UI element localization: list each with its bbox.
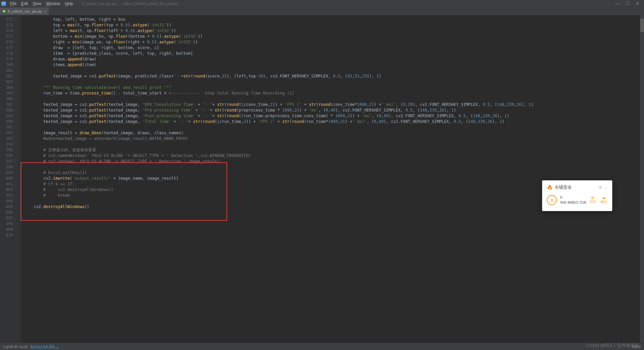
app-icon: PC	[1, 1, 6, 6]
code-line[interactable]	[24, 221, 644, 227]
code-line[interactable]	[24, 96, 644, 102]
eject-icon: ⏏	[602, 196, 605, 200]
code-line[interactable]: """ Running time calculate(over) and res…	[24, 85, 644, 91]
window-title: tf_yolov3_voc_pic.py – ...\Alinx_DNN\tf_…	[82, 2, 178, 6]
code-line[interactable]: texted_image = cv2.putText(texted_image,…	[24, 102, 644, 108]
code-area[interactable]: top, left, bottom, right = box top = max…	[21, 15, 644, 343]
popup-title: 火绒安全	[554, 184, 597, 190]
code-line[interactable]: items.append(item)	[24, 62, 644, 68]
code-line[interactable]: run_time = time.process_time() - total_t…	[24, 91, 644, 96]
code-line[interactable]: image_result = draw_bbox(texted_image, d…	[24, 130, 644, 136]
vertical-scrollbar[interactable]	[640, 15, 644, 343]
code-line[interactable]: left = max(0, np.floor(left + 0.5).astyp…	[24, 28, 644, 34]
status-bar: LightEdit mode. Access full IDE ⌄ 345:9	[0, 343, 644, 350]
menu-help[interactable]: Help	[63, 1, 75, 7]
eject-button[interactable]: ⏏ 弹出	[600, 196, 607, 204]
menu-bar: File Edit View Window Help	[8, 1, 75, 7]
close-icon[interactable]: ✕	[636, 1, 639, 6]
flame-icon: 🔥	[547, 185, 552, 190]
code-line[interactable]: texted_image = cv2.putText(texted_image,…	[24, 119, 644, 125]
code-line[interactable]: # 注释显示的，直接保存看看	[24, 147, 644, 153]
code-line[interactable]: # cv2.namedWindow(' YOLO-V3 ALINX '+ OBJ…	[24, 153, 644, 159]
scrollbar-thumb[interactable]	[640, 19, 644, 32]
folder-icon: 📁	[591, 196, 595, 200]
menu-file[interactable]: File	[8, 1, 18, 7]
tab-close-icon[interactable]: ×	[44, 9, 46, 13]
menu-view[interactable]: View	[31, 1, 43, 7]
status-mode: LightEdit mode.	[3, 345, 29, 349]
open-button[interactable]: 📁 打开	[590, 196, 596, 204]
chevron-down-icon[interactable]: ⌄	[604, 185, 608, 190]
code-line[interactable]: item = [predicted_class, score, left, to…	[24, 51, 644, 56]
code-line[interactable]	[24, 164, 644, 170]
drive-info: F: 908.4MB/3.7GB	[560, 195, 586, 205]
code-line[interactable]	[24, 68, 644, 73]
menu-window[interactable]: Window	[44, 1, 62, 7]
title-bar: PC File Edit View Window Help tf_yolov3_…	[0, 0, 644, 7]
minimize-icon[interactable]: —	[615, 1, 620, 6]
code-line[interactable]	[24, 142, 644, 147]
fold-gutter	[16, 15, 21, 343]
code-line[interactable]: top = max(0, np.floor(top + 0.5).astype(…	[24, 22, 644, 28]
code-line[interactable]: draw = [left, top, right, bottom, score,…	[24, 45, 644, 51]
code-line[interactable]: texted_image = cv2.putText(texted_image,…	[24, 113, 644, 119]
code-line[interactable]: top, left, bottom, right = box	[24, 17, 644, 22]
security-popup: 🔥 火绒安全 ⚙ ⌄ ⊟ F: 908.4MB/3.7GB 📁 打开 ⏏ 弹出	[542, 180, 612, 211]
code-line[interactable]: # k=cv2.waitKey(1)	[24, 170, 644, 176]
code-line[interactable]	[24, 227, 644, 232]
usb-icon: ⊟	[547, 195, 557, 205]
code-line[interactable]: right = min(image_wo, np.floor(right + 0…	[24, 39, 644, 45]
python-icon: ⬢	[3, 9, 6, 13]
code-line[interactable]: bottom = min(image_ho, np.floor(bottom +…	[24, 34, 644, 39]
maximize-icon[interactable]: ☐	[626, 1, 630, 6]
code-line[interactable]	[24, 125, 644, 130]
code-line[interactable]: texted_image = cv2.putText(image, predic…	[24, 73, 644, 79]
watermark: CSDN @明天一定早睡早起	[587, 343, 639, 349]
status-link[interactable]: Access full IDE ⌄	[30, 344, 59, 349]
tab-file[interactable]: ⬢ tf_yolov3_voc_pic.py ×	[0, 7, 49, 15]
code-line[interactable]: texted_image = cv2.putText(texted_image,…	[24, 108, 644, 113]
tab-bar: ⬢ tf_yolov3_voc_pic.py ×	[0, 7, 644, 15]
code-line[interactable]	[24, 215, 644, 221]
menu-edit[interactable]: Edit	[19, 1, 30, 7]
tab-label: tf_yolov3_voc_pic.py	[8, 9, 42, 13]
line-gutter: 3723733743753763773783793803813823833843…	[0, 15, 16, 343]
code-line[interactable]	[24, 79, 644, 85]
code-line[interactable]: # cv2.imshow(' YOLO-V3 ALINX '+ OBJECT_T…	[24, 159, 644, 164]
code-line[interactable]: draws.append(draw)	[24, 56, 644, 62]
gear-icon[interactable]: ⚙	[599, 185, 602, 190]
editor[interactable]: 3723733743753763773783793803813823833843…	[0, 15, 644, 343]
code-line[interactable]: #watermarked_image = watermark(image_res…	[24, 136, 644, 142]
